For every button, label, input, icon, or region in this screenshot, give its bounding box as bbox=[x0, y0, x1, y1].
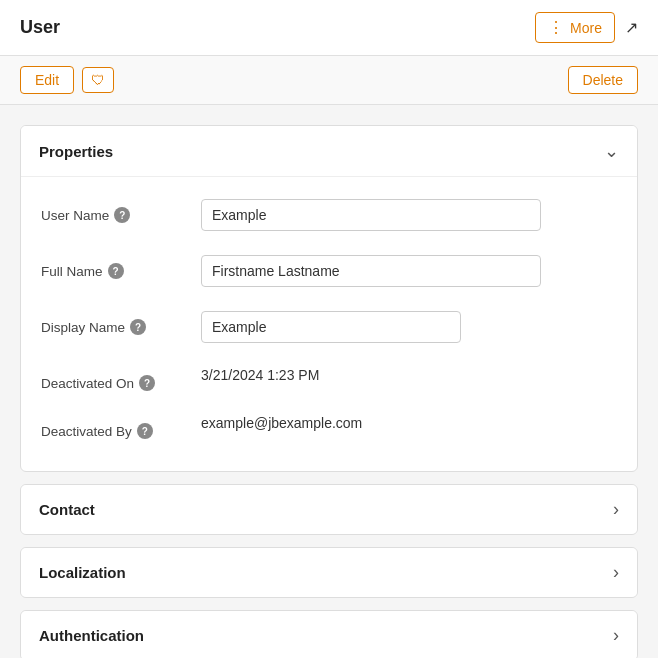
label-displayname: Display Name ? bbox=[41, 311, 201, 335]
delete-button[interactable]: Delete bbox=[568, 66, 638, 94]
help-displayname-icon[interactable]: ? bbox=[130, 319, 146, 335]
text-deactivated-by: example@jbexample.com bbox=[201, 407, 362, 431]
chevron-right-icon-authentication: › bbox=[613, 625, 619, 646]
section-properties-body: User Name ? Full Name ? bbox=[21, 176, 637, 471]
input-displayname[interactable] bbox=[201, 311, 461, 343]
chevron-right-icon-contact: › bbox=[613, 499, 619, 520]
section-properties-header[interactable]: Properties ⌄ bbox=[21, 126, 637, 176]
label-fullname: Full Name ? bbox=[41, 255, 201, 279]
label-deactivated-on: Deactivated On ? bbox=[41, 367, 201, 391]
shield-button[interactable]: 🛡 bbox=[82, 67, 114, 93]
chevron-down-icon: ⌄ bbox=[604, 140, 619, 162]
help-deactivated-by-icon[interactable]: ? bbox=[137, 423, 153, 439]
field-deactivated-by: Deactivated By ? example@jbexample.com bbox=[41, 403, 617, 451]
input-username[interactable] bbox=[201, 199, 541, 231]
field-deactivated-on: Deactivated On ? 3/21/2024 1:23 PM bbox=[41, 355, 617, 403]
section-properties-title: Properties bbox=[39, 143, 113, 160]
text-deactivated-on: 3/21/2024 1:23 PM bbox=[201, 359, 319, 383]
input-fullname[interactable] bbox=[201, 255, 541, 287]
section-localization-title: Localization bbox=[39, 564, 126, 581]
label-deactivated-by: Deactivated By ? bbox=[41, 415, 201, 439]
section-contact-title: Contact bbox=[39, 501, 95, 518]
external-link-icon[interactable]: ↗ bbox=[625, 18, 638, 37]
help-username-icon[interactable]: ? bbox=[114, 207, 130, 223]
help-fullname-icon[interactable]: ? bbox=[108, 263, 124, 279]
section-authentication-header[interactable]: Authentication › bbox=[21, 611, 637, 658]
label-username: User Name ? bbox=[41, 199, 201, 223]
field-username: User Name ? bbox=[41, 187, 617, 243]
section-contact-header[interactable]: Contact › bbox=[21, 485, 637, 534]
section-authentication: Authentication › bbox=[20, 610, 638, 658]
header-actions: ⋮ More ↗ bbox=[535, 12, 638, 43]
edit-button[interactable]: Edit bbox=[20, 66, 74, 94]
section-authentication-title: Authentication bbox=[39, 627, 144, 644]
field-fullname: Full Name ? bbox=[41, 243, 617, 299]
chevron-right-icon-localization: › bbox=[613, 562, 619, 583]
shield-icon: 🛡 bbox=[91, 72, 105, 88]
toolbar: Edit 🛡 Delete bbox=[0, 56, 658, 105]
field-displayname: Display Name ? bbox=[41, 299, 617, 355]
page-header: User ⋮ More ↗ bbox=[0, 0, 658, 56]
toolbar-left: Edit 🛡 bbox=[20, 66, 114, 94]
main-content: Properties ⌄ User Name ? Fu bbox=[0, 105, 658, 658]
value-displayname bbox=[201, 311, 617, 343]
page-container: User ⋮ More ↗ Edit 🛡 Delete Properties ⌄ bbox=[0, 0, 658, 658]
more-button-label: More bbox=[570, 20, 602, 36]
section-properties: Properties ⌄ User Name ? Fu bbox=[20, 125, 638, 472]
more-button[interactable]: ⋮ More bbox=[535, 12, 615, 43]
value-fullname bbox=[201, 255, 617, 287]
value-deactivated-on: 3/21/2024 1:23 PM bbox=[201, 367, 617, 383]
help-deactivated-on-icon[interactable]: ? bbox=[139, 375, 155, 391]
section-localization: Localization › bbox=[20, 547, 638, 598]
section-contact: Contact › bbox=[20, 484, 638, 535]
page-title: User bbox=[20, 17, 60, 38]
dots-icon: ⋮ bbox=[548, 18, 565, 37]
value-username bbox=[201, 199, 617, 231]
value-deactivated-by: example@jbexample.com bbox=[201, 415, 617, 431]
section-localization-header[interactable]: Localization › bbox=[21, 548, 637, 597]
